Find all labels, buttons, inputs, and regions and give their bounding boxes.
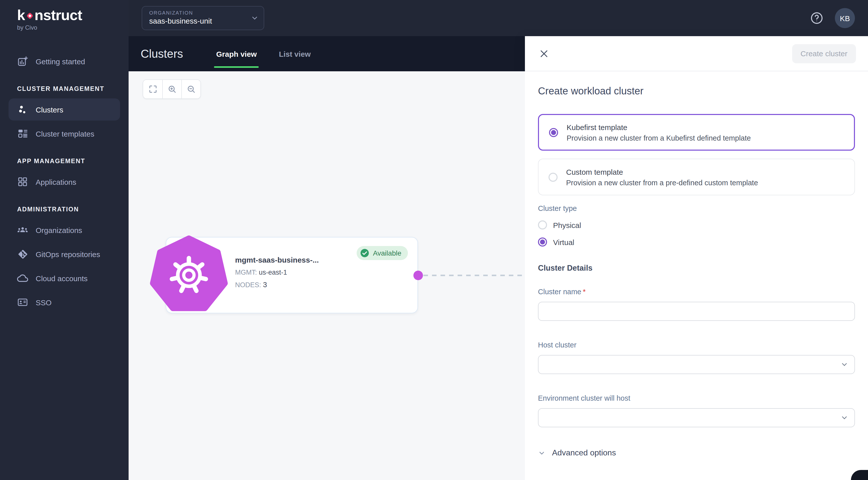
logo-diamond-icon xyxy=(25,11,34,20)
chevron-down-icon xyxy=(538,449,546,457)
radio-physical-label: Physical xyxy=(553,221,581,229)
graph-toolbar xyxy=(143,79,201,99)
zoom-out-icon xyxy=(186,84,196,94)
status-text: Available xyxy=(373,249,401,257)
organization-value: saas-business-unit xyxy=(149,17,258,25)
cluster-node-info: mgmt-saas-business-... MGMT: us-east-1 N… xyxy=(235,256,319,289)
tab-list-view[interactable]: List view xyxy=(277,36,313,71)
radio-virtual-label: Virtual xyxy=(553,238,575,246)
option-description: Provision a new cluster from a pre-defin… xyxy=(566,179,758,187)
sidebar-item-getting-started[interactable]: Getting started xyxy=(8,50,120,72)
mgmt-label: MGMT: xyxy=(235,268,257,276)
badge-card-icon xyxy=(17,297,28,308)
environment-select[interactable] xyxy=(538,408,855,427)
cluster-type-label: Cluster type xyxy=(538,204,855,213)
sidebar: knstruct by Civo Getting started CLUSTER… xyxy=(0,0,129,480)
sidebar-item-label: Getting started xyxy=(36,57,85,66)
create-cluster-button[interactable]: Create cluster xyxy=(792,44,856,63)
radio-selected-icon[interactable] xyxy=(538,237,547,247)
cluster-node-card[interactable]: mgmt-saas-business-... MGMT: us-east-1 N… xyxy=(166,237,418,313)
node-connection-handle[interactable] xyxy=(413,270,423,280)
sidebar-nav: Getting started CLUSTER MANAGEMENT Clust… xyxy=(0,49,129,314)
check-circle-icon xyxy=(361,249,369,258)
main-area: ORGANIZATION saas-business-unit KB Clust… xyxy=(129,0,868,480)
host-cluster-label: Host cluster xyxy=(538,341,855,349)
help-icon[interactable] xyxy=(810,11,824,25)
cluster-name-label-text: Cluster name xyxy=(538,288,581,296)
sidebar-item-label: SSO xyxy=(36,298,52,307)
sidebar-item-gitops[interactable]: GitOps repositories xyxy=(8,243,120,265)
sidebar-item-sso[interactable]: SSO xyxy=(8,291,120,313)
nodes-value: 3 xyxy=(263,281,267,289)
chart-plus-icon xyxy=(17,56,28,67)
graph-canvas[interactable]: mgmt-saas-business-... MGMT: us-east-1 N… xyxy=(129,71,525,480)
required-asterisk: * xyxy=(583,288,585,296)
template-list-icon xyxy=(17,128,28,139)
tab-graph-view-label: Graph view xyxy=(216,50,257,58)
cluster-name-input[interactable] xyxy=(538,302,855,321)
cloud-icon xyxy=(17,273,28,284)
cluster-node-name: mgmt-saas-business-... xyxy=(235,256,319,264)
create-cluster-panel: Create cluster Create workload cluster K… xyxy=(525,36,868,480)
option-title: Custom template xyxy=(566,167,758,176)
chevron-down-icon xyxy=(840,360,848,369)
tab-list-view-label: List view xyxy=(279,50,311,58)
organization-label: ORGANIZATION xyxy=(149,10,258,15)
grid-icon xyxy=(17,176,28,187)
cluster-name-label: Cluster name* xyxy=(538,288,855,296)
page-title: Clusters xyxy=(141,47,183,61)
sidebar-item-label: Cluster templates xyxy=(36,129,94,138)
nodes-label: NODES: xyxy=(235,281,261,289)
chevron-down-icon xyxy=(251,14,259,22)
organization-select[interactable]: ORGANIZATION saas-business-unit xyxy=(142,6,264,30)
panel-body: Create workload cluster Kubefirst templa… xyxy=(525,71,868,480)
avatar[interactable]: KB xyxy=(835,8,855,28)
tab-graph-view[interactable]: Graph view xyxy=(214,36,259,71)
option-kubefirst-template[interactable]: Kubefirst template Provision a new clust… xyxy=(538,114,855,151)
option-description: Provision a new cluster from a Kubefirst… xyxy=(567,134,751,142)
zoom-out-button[interactable] xyxy=(181,80,200,98)
cluster-heptagon-gear-icon xyxy=(149,235,228,315)
zoom-in-button[interactable] xyxy=(162,80,181,98)
advanced-options-toggle[interactable]: Advanced options xyxy=(538,448,855,457)
mgmt-value: us-east-1 xyxy=(259,268,287,276)
fit-view-button[interactable] xyxy=(143,80,162,98)
environment-label: Environment cluster will host xyxy=(538,394,855,402)
sidebar-item-cloud-accounts[interactable]: Cloud accounts xyxy=(8,267,120,289)
panel-title: Create workload cluster xyxy=(538,85,855,97)
host-cluster-select[interactable] xyxy=(538,355,855,374)
sidebar-item-label: Clusters xyxy=(36,105,63,114)
radio-unselected-icon[interactable] xyxy=(538,220,547,229)
cluster-details-heading: Cluster Details xyxy=(538,264,855,273)
section-app-management: APP MANAGEMENT xyxy=(0,146,129,170)
sidebar-item-applications[interactable]: Applications xyxy=(8,171,120,193)
radio-physical[interactable]: Physical xyxy=(538,220,855,229)
view-tabs: Graph view List view xyxy=(214,36,313,71)
sidebar-item-cluster-templates[interactable]: Cluster templates xyxy=(8,123,120,145)
sidebar-item-label: GitOps repositories xyxy=(36,250,100,258)
status-badge: Available xyxy=(357,246,408,260)
radio-virtual[interactable]: Virtual xyxy=(538,237,855,247)
section-administration: ADMINISTRATION xyxy=(0,194,129,218)
logo-text-nstruct: nstruct xyxy=(34,8,82,23)
logo-text-k: k xyxy=(17,8,25,23)
content-header: Clusters Graph view List view xyxy=(129,36,525,71)
radio-selected-icon[interactable] xyxy=(549,128,558,137)
clusters-dots-icon xyxy=(17,104,28,115)
sidebar-item-clusters[interactable]: Clusters xyxy=(8,98,120,121)
option-custom-template[interactable]: Custom template Provision a new cluster … xyxy=(538,159,855,195)
topbar: ORGANIZATION saas-business-unit KB xyxy=(129,0,868,36)
app-root: knstruct by Civo Getting started CLUSTER… xyxy=(0,0,868,480)
sidebar-item-organizations[interactable]: Organizations xyxy=(8,219,120,241)
option-title: Kubefirst template xyxy=(567,123,751,131)
section-cluster-management: CLUSTER MANAGEMENT xyxy=(0,73,129,97)
sidebar-item-label: Organizations xyxy=(36,226,82,234)
edge-connector xyxy=(424,275,525,276)
zoom-in-icon xyxy=(167,84,177,94)
brand-logo: knstruct by Civo xyxy=(0,0,129,31)
radio-unselected-icon[interactable] xyxy=(549,172,558,182)
sidebar-item-label: Applications xyxy=(36,178,76,186)
people-group-icon xyxy=(17,224,28,235)
close-icon[interactable] xyxy=(539,49,549,59)
logo-byline: by Civo xyxy=(17,24,129,31)
